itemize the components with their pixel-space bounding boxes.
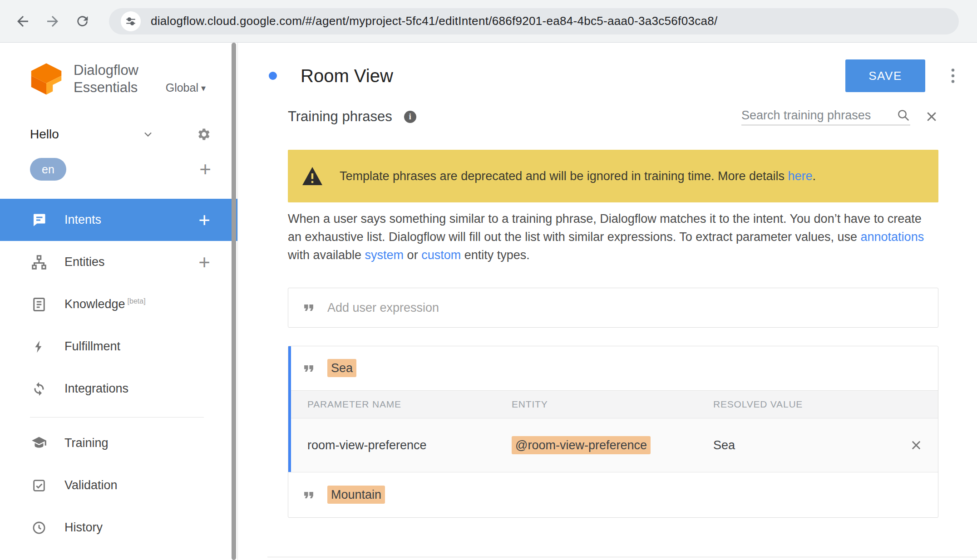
sidebar-item-label: Knowledge[beta] bbox=[64, 297, 146, 311]
annotated-phrase-indicator bbox=[288, 346, 291, 472]
training-description: When a user says something similar to a … bbox=[288, 210, 926, 264]
agent-name: Hello bbox=[30, 127, 59, 142]
quote-icon bbox=[301, 361, 316, 376]
delete-parameter-button[interactable] bbox=[910, 439, 923, 452]
banner-here-link[interactable]: here bbox=[788, 169, 813, 183]
save-button[interactable]: SAVE bbox=[845, 59, 925, 92]
search-icon[interactable] bbox=[897, 109, 910, 122]
sidebar-item-label: Entities bbox=[64, 255, 105, 269]
dialogflow-logo bbox=[29, 62, 64, 96]
parameter-name-cell[interactable]: room-view-preference bbox=[307, 438, 512, 452]
chevron-down-icon bbox=[142, 128, 154, 141]
intent-priority-dot[interactable] bbox=[269, 72, 277, 80]
sidebar-item-label: Validation bbox=[64, 478, 118, 492]
section-header: Training phrases i bbox=[288, 109, 938, 130]
annotated-phrase-text[interactable]: Mountain bbox=[327, 486, 385, 504]
intent-header: Room View SAVE bbox=[238, 43, 977, 109]
parameter-table: PARAMETER NAME ENTITY RESOLVED VALUE roo… bbox=[288, 390, 938, 472]
region-label: Global bbox=[166, 81, 198, 94]
sidebar-item-label: Fulfillment bbox=[64, 339, 120, 354]
sidebar-item-label: Integrations bbox=[64, 382, 128, 396]
entity-cell[interactable]: @room-view-preference bbox=[512, 436, 651, 454]
deprecation-banner: Template phrases are deprecated and will… bbox=[288, 150, 938, 202]
banner-text: Template phrases are deprecated and will… bbox=[340, 169, 816, 183]
kebab-menu-icon bbox=[946, 66, 960, 85]
gear-icon bbox=[196, 127, 211, 142]
add-language-button[interactable]: + bbox=[199, 159, 211, 179]
sidebar-item-analytics[interactable]: Analytics bbox=[0, 549, 237, 560]
search-input[interactable] bbox=[741, 109, 897, 123]
close-section-button[interactable] bbox=[925, 110, 938, 123]
custom-entities-link[interactable]: custom bbox=[421, 248, 461, 262]
browser-chrome: dialogflow.cloud.google.com/#/agent/mypr… bbox=[0, 0, 977, 43]
resolved-value-cell[interactable]: Sea bbox=[713, 438, 894, 452]
annotated-phrase-text[interactable]: Sea bbox=[327, 359, 356, 377]
add-expression-card[interactable] bbox=[288, 288, 938, 328]
search-field[interactable] bbox=[741, 109, 910, 125]
section-divider bbox=[267, 557, 977, 557]
sidebar-item-entities[interactable]: Entities + bbox=[0, 241, 237, 283]
sidebar-scrollbar[interactable] bbox=[232, 43, 236, 560]
agent-settings-button[interactable] bbox=[196, 127, 211, 142]
graduation-cap-icon bbox=[30, 434, 48, 452]
agent-selector[interactable]: Hello bbox=[0, 122, 237, 147]
brand-line-1: Dialogflow bbox=[74, 62, 138, 79]
warning-icon bbox=[301, 166, 323, 186]
beta-badge: [beta] bbox=[128, 297, 146, 305]
clock-icon bbox=[30, 519, 48, 537]
site-info-icon[interactable] bbox=[121, 11, 141, 31]
sidebar-item-validation[interactable]: Validation bbox=[0, 464, 237, 506]
column-header-entity: ENTITY bbox=[512, 399, 713, 410]
section-title: Training phrases bbox=[288, 109, 392, 125]
tune-icon bbox=[125, 15, 137, 27]
language-row: en + bbox=[0, 158, 237, 181]
forward-arrow-icon bbox=[44, 13, 61, 29]
sidebar-item-label: History bbox=[64, 521, 103, 535]
sidebar-item-label: Intents bbox=[64, 213, 101, 227]
menu-divider bbox=[30, 417, 204, 418]
intent-menu-button[interactable] bbox=[946, 66, 960, 85]
brand-row: Dialogflow Essentials Global ▾ bbox=[0, 60, 237, 98]
browser-reload-button[interactable] bbox=[70, 9, 95, 34]
sidebar-item-fulfillment[interactable]: Fulfillment bbox=[0, 325, 237, 368]
add-intent-button[interactable]: + bbox=[198, 210, 210, 230]
reload-icon bbox=[75, 14, 90, 29]
sidebar-item-intents[interactable]: Intents + bbox=[0, 199, 237, 241]
annotations-link[interactable]: annotations bbox=[861, 230, 924, 244]
training-phrase-row[interactable]: Mountain bbox=[288, 472, 938, 517]
browser-forward-button[interactable] bbox=[40, 9, 65, 34]
close-icon bbox=[925, 110, 938, 123]
column-header-parameter-name: PARAMETER NAME bbox=[307, 399, 512, 410]
checkbox-check-icon bbox=[30, 476, 48, 495]
sidebar-item-history[interactable]: History bbox=[0, 506, 237, 549]
training-phrase-row[interactable]: Sea bbox=[288, 346, 938, 390]
brand-line-2: Essentials bbox=[74, 79, 138, 96]
parameter-table-header: PARAMETER NAME ENTITY RESOLVED VALUE bbox=[288, 390, 938, 418]
chat-bubble-icon bbox=[30, 211, 48, 229]
book-icon bbox=[30, 295, 48, 314]
quote-icon bbox=[301, 487, 316, 503]
sidebar-menu: Intents + Entities + Knowledge[beta] bbox=[0, 199, 237, 560]
system-entities-link[interactable]: system bbox=[365, 248, 404, 262]
sidebar-item-label: Training bbox=[64, 436, 109, 450]
sidebar: Dialogflow Essentials Global ▾ Hello en … bbox=[0, 43, 238, 560]
quote-icon bbox=[301, 300, 316, 315]
sync-icon bbox=[30, 380, 48, 398]
training-phrases-list: Sea PARAMETER NAME ENTITY RESOLVED VALUE… bbox=[288, 346, 938, 518]
column-header-resolved-value: RESOLVED VALUE bbox=[713, 399, 894, 410]
training-phrases-section: Training phrases i bbox=[238, 109, 977, 560]
language-tab-en[interactable]: en bbox=[30, 158, 66, 181]
sidebar-item-training[interactable]: Training bbox=[0, 422, 237, 464]
url-text: dialogflow.cloud.google.com/#/agent/mypr… bbox=[151, 14, 718, 28]
intent-title: Room View bbox=[301, 66, 393, 86]
sidebar-item-integrations[interactable]: Integrations bbox=[0, 368, 237, 410]
address-bar[interactable]: dialogflow.cloud.google.com/#/agent/mypr… bbox=[109, 8, 959, 34]
back-arrow-icon bbox=[15, 13, 31, 29]
info-icon[interactable]: i bbox=[404, 111, 416, 123]
add-user-expression-input[interactable] bbox=[327, 301, 925, 315]
region-selector[interactable]: Global ▾ bbox=[166, 81, 206, 98]
browser-back-button[interactable] bbox=[10, 9, 35, 34]
sidebar-item-knowledge[interactable]: Knowledge[beta] bbox=[0, 283, 237, 325]
add-entity-button[interactable]: + bbox=[198, 252, 210, 272]
lightning-bolt-icon bbox=[30, 338, 48, 356]
